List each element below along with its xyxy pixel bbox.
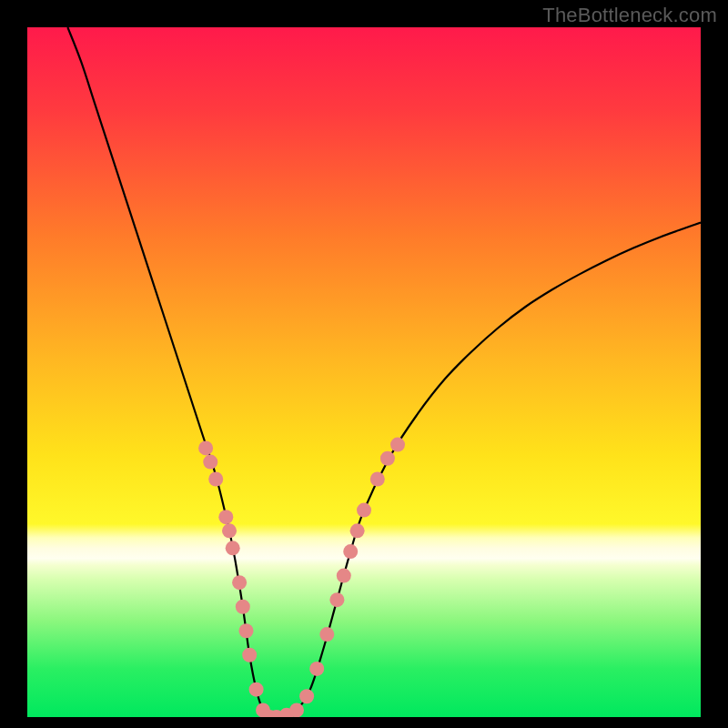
- data-marker: [309, 662, 324, 676]
- data-marker: [329, 592, 344, 607]
- data-marker: [203, 455, 217, 470]
- bottleneck-chart: [27, 27, 701, 717]
- watermark-text: TheBottleneck.com: [542, 4, 717, 27]
- data-marker: [343, 544, 358, 559]
- data-marker: [222, 523, 237, 538]
- data-marker: [289, 703, 304, 717]
- data-marker: [380, 451, 395, 466]
- data-marker: [299, 689, 314, 703]
- data-marker: [337, 569, 351, 583]
- data-marker: [350, 523, 365, 538]
- chart-frame: TheBottleneck.com: [0, 0, 728, 728]
- data-marker: [357, 503, 371, 518]
- data-marker: [390, 438, 405, 452]
- data-marker: [239, 623, 254, 638]
- data-marker: [242, 648, 257, 662]
- data-marker: [249, 682, 264, 697]
- data-marker: [236, 600, 250, 614]
- data-marker: [198, 440, 213, 455]
- data-marker: [232, 575, 247, 590]
- data-marker: [218, 510, 233, 524]
- data-marker: [226, 541, 240, 555]
- data-marker: [319, 627, 334, 642]
- data-marker: [208, 471, 223, 486]
- gradient-background: [27, 27, 701, 717]
- data-marker: [370, 471, 385, 486]
